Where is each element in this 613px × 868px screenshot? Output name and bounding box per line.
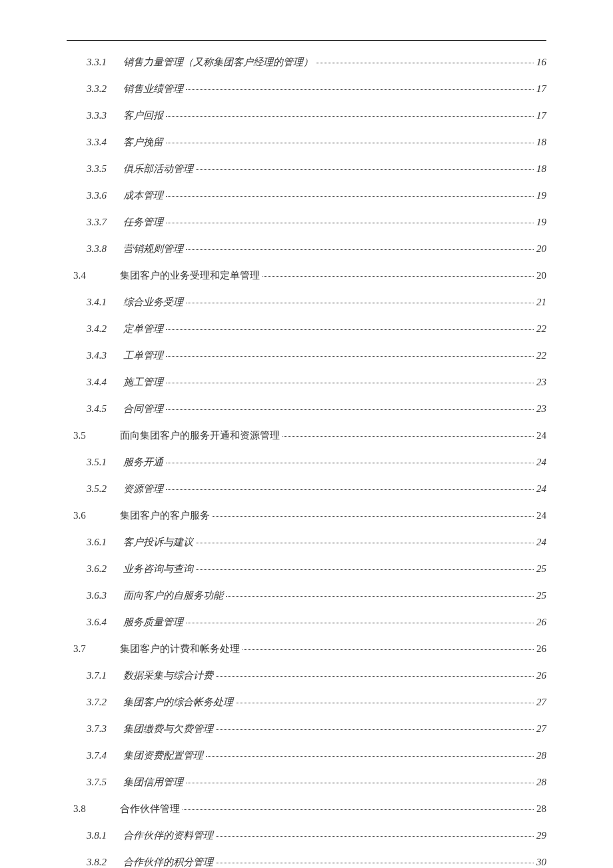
toc-page-number: 27: [536, 694, 546, 710]
toc-page-number: 24: [536, 507, 546, 523]
toc-title: 服务开通: [123, 454, 163, 470]
toc-entry[interactable]: 3.5.2资源管理24: [67, 481, 546, 497]
toc-number: 3.3.7: [87, 214, 123, 230]
toc-leader-dots: [263, 276, 534, 277]
toc-leader-dots: [166, 463, 534, 463]
toc-page-number: 17: [536, 107, 546, 123]
toc-leader-dots: [216, 863, 534, 863]
toc-title: 集团客户的综合帐务处理: [123, 694, 233, 710]
toc-page-number: 24: [536, 481, 546, 497]
toc-title: 集团缴费与欠费管理: [123, 721, 213, 737]
toc-entry[interactable]: 3.6.1客户投诉与建议24: [67, 534, 546, 550]
toc-title: 面向集团客户的服务开通和资源管理: [120, 427, 280, 443]
toc-page-number: 23: [536, 401, 546, 417]
toc-page-number: 17: [536, 81, 546, 97]
toc-leader-dots: [196, 543, 534, 543]
toc-entry[interactable]: 3.3.4客户挽留18: [67, 134, 546, 150]
toc-leader-dots: [186, 623, 534, 623]
toc-leader-dots: [166, 116, 534, 117]
toc-entry[interactable]: 3.4.3工单管理22: [67, 347, 546, 363]
toc-page-number: 19: [536, 214, 546, 230]
toc-entry[interactable]: 3.3.8营销规则管理20: [67, 241, 546, 257]
toc-title: 集团客户的计费和帐务处理: [120, 641, 240, 657]
toc-title: 业务咨询与查询: [123, 561, 193, 577]
toc-number: 3.7.5: [87, 774, 123, 790]
toc-number: 3.6: [73, 507, 120, 523]
toc-entry[interactable]: 3.7.1数据采集与综合计费26: [67, 667, 546, 683]
toc-leader-dots: [216, 836, 534, 837]
toc-entry[interactable]: 3.8合作伙伴管理28: [67, 801, 546, 817]
toc-number: 3.3.1: [87, 54, 123, 70]
toc-title: 营销规则管理: [123, 241, 183, 257]
toc-leader-dots: [186, 89, 534, 90]
toc-number: 3.8.1: [87, 827, 123, 843]
toc-leader-dots: [166, 409, 534, 410]
toc-leader-dots: [186, 249, 534, 250]
toc-entry[interactable]: 3.6.2业务咨询与查询25: [67, 561, 546, 577]
toc-leader-dots: [166, 329, 534, 330]
toc-entry[interactable]: 3.3.5俱乐部活动管理18: [67, 161, 546, 177]
toc-number: 3.6.4: [87, 614, 123, 630]
toc-entry[interactable]: 3.5面向集团客户的服务开通和资源管理24: [67, 427, 546, 443]
toc-title: 客户挽留: [123, 134, 163, 150]
toc-entry[interactable]: 3.4.1综合业务受理21: [67, 294, 546, 310]
toc-entry[interactable]: 3.7.3集团缴费与欠费管理27: [67, 721, 546, 737]
toc-page-number: 25: [536, 561, 546, 577]
toc-entry[interactable]: 3.3.1销售力量管理（又称集团客户经理的管理）16: [67, 54, 546, 70]
toc-entry[interactable]: 3.3.7任务管理19: [67, 214, 546, 230]
toc-leader-dots: [186, 303, 534, 303]
toc-title: 综合业务受理: [123, 294, 183, 310]
toc-number: 3.8.2: [87, 854, 123, 868]
toc-entry[interactable]: 3.6.4服务质量管理26: [67, 614, 546, 630]
toc-entry[interactable]: 3.8.2合作伙伴的积分管理30: [67, 854, 546, 868]
toc-page-number: 19: [536, 187, 546, 203]
toc-page-number: 28: [536, 774, 546, 790]
toc-title: 合同管理: [123, 401, 163, 417]
toc-entry[interactable]: 3.6.3面向客户的自服务功能25: [67, 587, 546, 603]
toc-entry[interactable]: 3.3.3客户回报17: [67, 107, 546, 123]
toc-entry[interactable]: 3.7.2集团客户的综合帐务处理27: [67, 694, 546, 710]
toc-number: 3.4.5: [87, 401, 123, 417]
toc-entry[interactable]: 3.7集团客户的计费和帐务处理26: [67, 641, 546, 657]
toc-number: 3.5: [73, 427, 120, 443]
toc-page-number: 26: [536, 614, 546, 630]
toc-entry[interactable]: 3.5.1服务开通24: [67, 454, 546, 470]
toc-entry[interactable]: 3.8.1合作伙伴的资料管理29: [67, 827, 546, 843]
toc-title: 销售业绩管理: [123, 81, 183, 97]
toc-title: 客户回报: [123, 107, 163, 123]
toc-title: 数据采集与综合计费: [123, 667, 213, 683]
toc-entry[interactable]: 3.4.2定单管理22: [67, 321, 546, 337]
toc-number: 3.7.2: [87, 694, 123, 710]
toc-page-number: 22: [536, 347, 546, 363]
toc-title: 俱乐部活动管理: [123, 161, 193, 177]
toc-leader-dots: [213, 516, 534, 517]
toc-number: 3.3.2: [87, 81, 123, 97]
toc-title: 集团客户的业务受理和定单管理: [120, 267, 260, 283]
toc-entry[interactable]: 3.7.5集团信用管理28: [67, 774, 546, 790]
toc-entry[interactable]: 3.7.4集团资费配置管理28: [67, 747, 546, 763]
toc-number: 3.3.3: [87, 107, 123, 123]
toc-title: 合作伙伴的积分管理: [123, 854, 213, 868]
toc-page-number: 24: [536, 454, 546, 470]
toc-page-number: 20: [536, 241, 546, 257]
toc-number: 3.3.4: [87, 134, 123, 150]
toc-entry[interactable]: 3.4集团客户的业务受理和定单管理20: [67, 267, 546, 283]
toc-leader-dots: [166, 143, 534, 143]
toc-page-number: 23: [536, 374, 546, 390]
toc-entry[interactable]: 3.4.5合同管理23: [67, 401, 546, 417]
toc-page-number: 18: [536, 161, 546, 177]
toc-entry[interactable]: 3.3.6成本管理19: [67, 187, 546, 203]
toc-entry[interactable]: 3.4.4施工管理23: [67, 374, 546, 390]
toc-page-number: 20: [536, 267, 546, 283]
toc-page-number: 24: [536, 534, 546, 550]
toc-page-number: 26: [536, 641, 546, 657]
toc-page-number: 16: [536, 54, 546, 70]
toc-number: 3.5.1: [87, 454, 123, 470]
toc-number: 3.7.4: [87, 747, 123, 763]
toc-entry[interactable]: 3.3.2销售业绩管理17: [67, 81, 546, 97]
toc-number: 3.4.3: [87, 347, 123, 363]
toc-title: 合作伙伴管理: [120, 801, 180, 817]
toc-entry[interactable]: 3.6集团客户的客户服务24: [67, 507, 546, 523]
toc-page-number: 30: [536, 854, 546, 868]
toc-leader-dots: [226, 596, 534, 597]
